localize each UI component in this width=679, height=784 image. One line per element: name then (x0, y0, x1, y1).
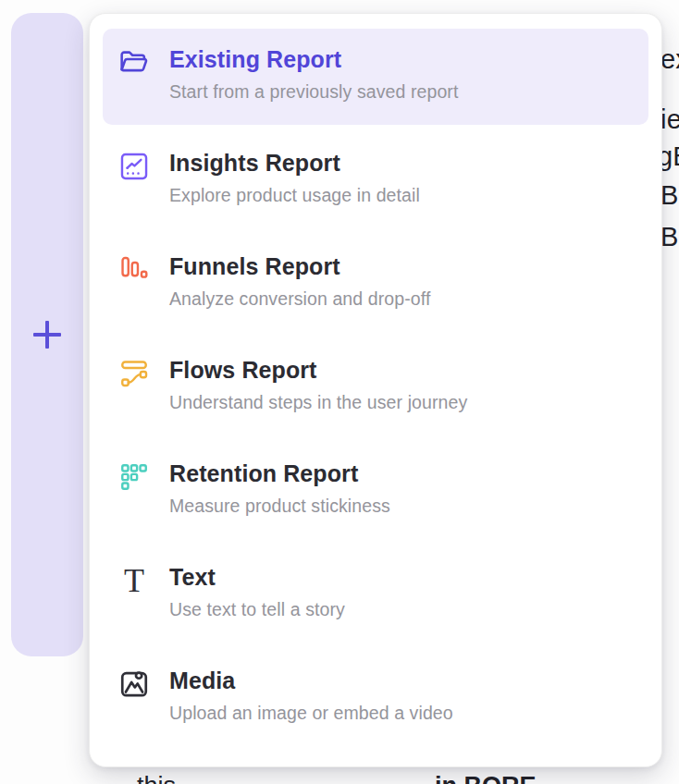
menu-item-text[interactable]: T Text Use text to tell a story (103, 546, 648, 643)
flows-icon (117, 357, 151, 390)
menu-item-description: Explore product usage in detail (169, 185, 420, 206)
folder-open-icon (117, 46, 151, 80)
menu-item-label: Retention Report (169, 460, 390, 487)
menu-item-media[interactable]: Media Upload an image or embed a video (103, 650, 648, 746)
add-report-menu: Existing Report Start from a previously … (89, 13, 662, 767)
menu-item-description: Analyze conversion and drop-off (169, 288, 430, 310)
menu-item-label: Existing Report (169, 46, 458, 73)
clipped-background-text: in BORE (435, 772, 537, 784)
clipped-background-text: B (660, 180, 679, 211)
menu-item-label: Text (169, 564, 345, 591)
plus-icon (33, 321, 61, 349)
insights-chart-icon (117, 150, 151, 183)
menu-item-label: Flows Report (169, 357, 467, 384)
menu-item-insights-report[interactable]: Insights Report Explore product usage in… (103, 132, 648, 228)
funnel-bars-icon (117, 253, 151, 287)
menu-item-retention-report[interactable]: Retention Report Measure product stickin… (103, 443, 648, 539)
text-icon: T (117, 564, 151, 597)
menu-item-existing-report[interactable]: Existing Report Start from a previously … (103, 29, 648, 125)
clipped-background-text: ie (660, 104, 679, 135)
menu-item-label: Funnels Report (169, 253, 430, 280)
clipped-background-text: this (137, 772, 176, 784)
clipped-background-text: B (660, 222, 679, 252)
clipped-background-text: ex (660, 44, 679, 75)
menu-item-label: Insights Report (169, 150, 420, 177)
menu-item-description: Use text to tell a story (169, 599, 345, 620)
media-image-icon (117, 668, 151, 701)
menu-item-description: Understand steps in the user journey (169, 392, 467, 413)
menu-item-funnels-report[interactable]: Funnels Report Analyze conversion and dr… (103, 236, 648, 332)
menu-item-description: Measure product stickiness (169, 496, 390, 517)
add-card-tile[interactable] (11, 13, 83, 656)
menu-item-label: Media (169, 668, 453, 694)
menu-item-description: Start from a previously saved report (169, 81, 458, 103)
menu-item-description: Upload an image or embed a video (169, 703, 453, 724)
menu-item-flows-report[interactable]: Flows Report Understand steps in the use… (103, 339, 648, 435)
retention-grid-icon (117, 460, 151, 494)
